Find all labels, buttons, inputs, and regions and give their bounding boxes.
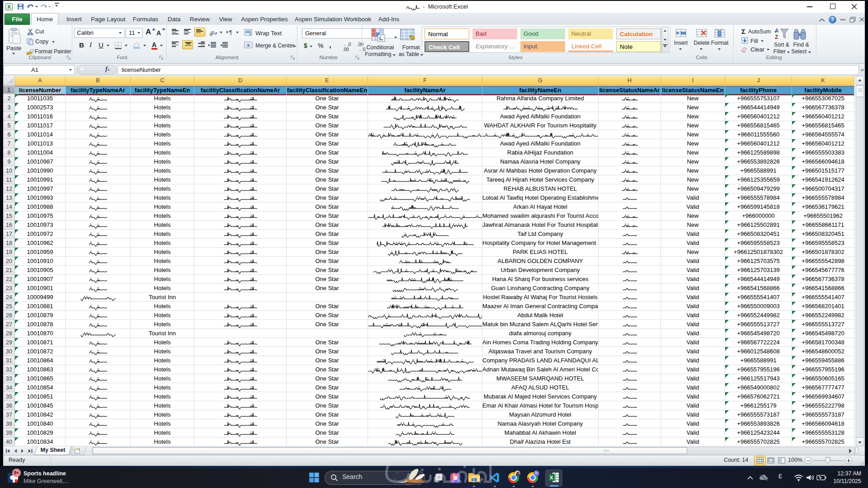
svg-text:a: a <box>247 43 250 47</box>
svg-text:X: X <box>550 475 553 480</box>
svg-text:ab: ab <box>209 29 216 37</box>
svg-text:¶: ¶ <box>229 29 232 35</box>
